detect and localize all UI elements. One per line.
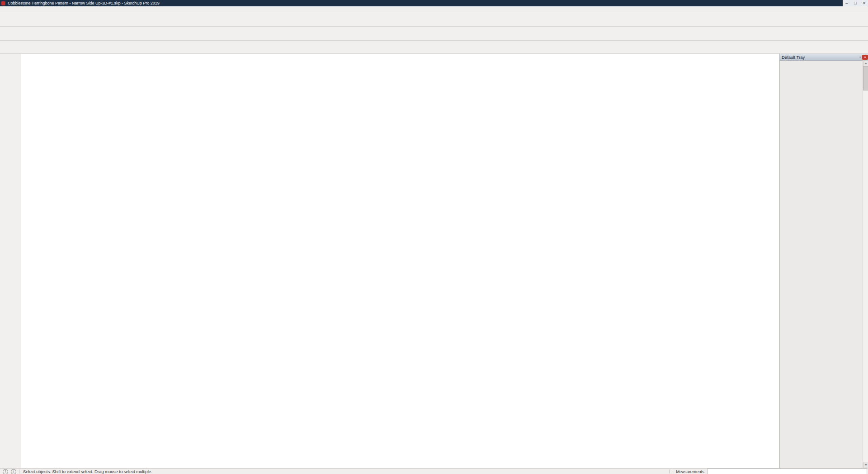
- divider: [669, 469, 670, 474]
- toolbar-standard: [0, 12, 868, 27]
- measurements-input[interactable]: [707, 469, 867, 474]
- measurements-label: Measurements: [676, 469, 704, 474]
- sketchup-logo-icon: [1, 1, 5, 5]
- title-bar: Cobblestone Herringbone Pattern - Narrow…: [0, 0, 868, 6]
- window-title: Cobblestone Herringbone Pattern - Narrow…: [8, 1, 160, 5]
- close-button[interactable]: ×: [863, 1, 865, 5]
- tray-scrollbar[interactable]: ▲ ▼: [863, 60, 868, 468]
- default-tray: Default Tray ▫ × ▲ ▼: [779, 54, 868, 468]
- tray-sections: [780, 60, 863, 468]
- tray-title: Default Tray: [782, 55, 805, 60]
- geolocation-icon[interactable]: ?: [3, 469, 8, 474]
- minimize-button[interactable]: –: [845, 1, 848, 5]
- status-tip: Select objects. Shift to extend select. …: [23, 469, 152, 474]
- scroll-thumb[interactable]: [863, 66, 868, 90]
- model-viewport[interactable]: [21, 54, 779, 468]
- status-bar: ? i Select objects. Shift to extend sele…: [0, 468, 868, 474]
- divider: [19, 469, 19, 474]
- credits-icon[interactable]: i: [11, 469, 16, 474]
- large-tool-set: [0, 54, 22, 469]
- toolbar-camera-draw: [0, 27, 868, 41]
- model-stones[interactable]: [21, 54, 779, 468]
- pin-icon[interactable]: ▫: [858, 55, 862, 59]
- tray-close-icon[interactable]: ×: [862, 55, 868, 60]
- window-controls: – □ ×: [843, 0, 868, 6]
- maximize-button[interactable]: □: [854, 1, 856, 5]
- scroll-up-icon[interactable]: ▲: [863, 60, 868, 66]
- toolbar-getting-started: [0, 41, 868, 54]
- menu-bar: [0, 6, 868, 12]
- tray-title-bar: Default Tray ▫ ×: [780, 54, 868, 61]
- scroll-down-icon[interactable]: ▼: [863, 462, 868, 468]
